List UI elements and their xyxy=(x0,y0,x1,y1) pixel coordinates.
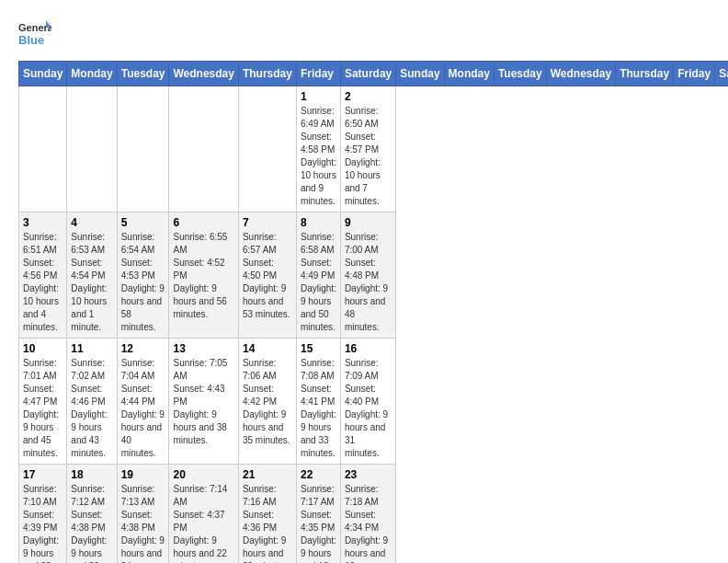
day-info: Sunrise: 7:17 AM Sunset: 4:35 PM Dayligh… xyxy=(301,483,336,563)
calendar-day-cell: 15Sunrise: 7:08 AM Sunset: 4:41 PM Dayli… xyxy=(296,339,340,465)
day-info: Sunrise: 7:02 AM Sunset: 4:46 PM Dayligh… xyxy=(71,357,112,460)
day-info: Sunrise: 7:12 AM Sunset: 4:38 PM Dayligh… xyxy=(71,483,112,563)
calendar-day-cell: 4Sunrise: 6:53 AM Sunset: 4:54 PM Daylig… xyxy=(67,213,117,339)
weekday-header: Friday xyxy=(296,62,340,86)
calendar-day-cell: 11Sunrise: 7:02 AM Sunset: 4:46 PM Dayli… xyxy=(67,339,117,465)
day-number: 14 xyxy=(243,342,292,355)
day-info: Sunrise: 6:57 AM Sunset: 4:50 PM Dayligh… xyxy=(243,231,292,321)
day-number: 3 xyxy=(23,216,63,229)
calendar-day-cell: 12Sunrise: 7:04 AM Sunset: 4:44 PM Dayli… xyxy=(117,339,169,465)
calendar-header-row: SundayMondayTuesdayWednesdayThursdayFrid… xyxy=(19,62,729,86)
weekday-header: Saturday xyxy=(340,62,395,86)
day-info: Sunrise: 7:04 AM Sunset: 4:44 PM Dayligh… xyxy=(121,357,165,460)
day-number: 11 xyxy=(71,342,112,355)
day-number: 17 xyxy=(23,468,63,481)
calendar-day-cell: 14Sunrise: 7:06 AM Sunset: 4:42 PM Dayli… xyxy=(238,339,296,465)
calendar-day-cell: 18Sunrise: 7:12 AM Sunset: 4:38 PM Dayli… xyxy=(67,465,117,564)
day-number: 13 xyxy=(173,342,233,355)
day-number: 7 xyxy=(243,216,292,229)
day-number: 9 xyxy=(345,216,392,229)
page-header: General Blue xyxy=(18,18,710,52)
day-info: Sunrise: 7:09 AM Sunset: 4:40 PM Dayligh… xyxy=(345,357,392,460)
weekday-header: Thursday xyxy=(616,62,674,86)
day-info: Sunrise: 7:00 AM Sunset: 4:48 PM Dayligh… xyxy=(345,231,392,334)
day-info: Sunrise: 6:55 AM Sunset: 4:52 PM Dayligh… xyxy=(173,231,233,321)
calendar-week-row: 3Sunrise: 6:51 AM Sunset: 4:56 PM Daylig… xyxy=(19,213,729,339)
calendar-day-cell: 17Sunrise: 7:10 AM Sunset: 4:39 PM Dayli… xyxy=(19,465,67,564)
day-number: 22 xyxy=(301,468,336,481)
day-number: 21 xyxy=(243,468,292,481)
day-info: Sunrise: 7:10 AM Sunset: 4:39 PM Dayligh… xyxy=(23,483,63,563)
day-info: Sunrise: 7:13 AM Sunset: 4:38 PM Dayligh… xyxy=(121,483,165,563)
day-info: Sunrise: 6:58 AM Sunset: 4:49 PM Dayligh… xyxy=(301,231,336,334)
day-number: 8 xyxy=(301,216,336,229)
calendar-day-cell: 10Sunrise: 7:01 AM Sunset: 4:47 PM Dayli… xyxy=(19,339,67,465)
calendar-day-cell: 3Sunrise: 6:51 AM Sunset: 4:56 PM Daylig… xyxy=(19,213,67,339)
weekday-header: Wednesday xyxy=(169,62,238,86)
weekday-header: Tuesday xyxy=(117,62,169,86)
calendar-day-cell xyxy=(169,86,238,213)
calendar-day-cell xyxy=(238,86,296,213)
calendar-day-cell: 22Sunrise: 7:17 AM Sunset: 4:35 PM Dayli… xyxy=(296,465,340,564)
calendar-day-cell: 20Sunrise: 7:14 AM Sunset: 4:37 PM Dayli… xyxy=(169,465,238,564)
calendar-day-cell: 9Sunrise: 7:00 AM Sunset: 4:48 PM Daylig… xyxy=(340,213,395,339)
logo: General Blue xyxy=(18,18,51,52)
day-number: 12 xyxy=(121,342,165,355)
weekday-header: Sunday xyxy=(396,62,444,86)
calendar-week-row: 17Sunrise: 7:10 AM Sunset: 4:39 PM Dayli… xyxy=(19,465,729,564)
day-number: 2 xyxy=(345,90,392,103)
weekday-header: Tuesday xyxy=(494,62,546,86)
day-number: 5 xyxy=(121,216,165,229)
day-info: Sunrise: 6:54 AM Sunset: 4:53 PM Dayligh… xyxy=(121,231,165,334)
calendar-day-cell xyxy=(117,86,169,213)
calendar-day-cell xyxy=(19,86,67,213)
calendar-day-cell: 13Sunrise: 7:05 AM Sunset: 4:43 PM Dayli… xyxy=(169,339,238,465)
day-info: Sunrise: 6:51 AM Sunset: 4:56 PM Dayligh… xyxy=(23,231,63,334)
day-info: Sunrise: 6:50 AM Sunset: 4:57 PM Dayligh… xyxy=(345,105,392,208)
weekday-header: Friday xyxy=(674,62,715,86)
weekday-header: Monday xyxy=(444,62,494,86)
day-number: 19 xyxy=(121,468,165,481)
day-number: 4 xyxy=(71,216,112,229)
day-number: 6 xyxy=(173,216,233,229)
calendar-day-cell: 5Sunrise: 6:54 AM Sunset: 4:53 PM Daylig… xyxy=(117,213,169,339)
calendar-day-cell: 21Sunrise: 7:16 AM Sunset: 4:36 PM Dayli… xyxy=(238,465,296,564)
weekday-header: Wednesday xyxy=(546,62,615,86)
weekday-header: Monday xyxy=(67,62,117,86)
day-number: 20 xyxy=(173,468,233,481)
logo-graphic: General Blue xyxy=(18,18,51,52)
day-info: Sunrise: 7:06 AM Sunset: 4:42 PM Dayligh… xyxy=(243,357,292,447)
day-number: 23 xyxy=(345,468,392,481)
day-info: Sunrise: 7:14 AM Sunset: 4:37 PM Dayligh… xyxy=(173,483,233,563)
weekday-header: Thursday xyxy=(238,62,296,86)
calendar-day-cell: 2Sunrise: 6:50 AM Sunset: 4:57 PM Daylig… xyxy=(340,86,395,213)
day-number: 10 xyxy=(23,342,63,355)
day-info: Sunrise: 7:18 AM Sunset: 4:34 PM Dayligh… xyxy=(345,483,392,563)
weekday-header: Saturday xyxy=(715,62,728,86)
day-info: Sunrise: 7:16 AM Sunset: 4:36 PM Dayligh… xyxy=(243,483,292,563)
calendar-day-cell xyxy=(67,86,117,213)
calendar-day-cell: 19Sunrise: 7:13 AM Sunset: 4:38 PM Dayli… xyxy=(117,465,169,564)
day-number: 18 xyxy=(71,468,112,481)
day-info: Sunrise: 7:08 AM Sunset: 4:41 PM Dayligh… xyxy=(301,357,336,460)
calendar-day-cell: 8Sunrise: 6:58 AM Sunset: 4:49 PM Daylig… xyxy=(296,213,340,339)
day-number: 1 xyxy=(301,90,336,103)
calendar-table: SundayMondayTuesdayWednesdayThursdayFrid… xyxy=(18,61,728,563)
svg-text:Blue: Blue xyxy=(18,33,44,47)
calendar-day-cell: 7Sunrise: 6:57 AM Sunset: 4:50 PM Daylig… xyxy=(238,213,296,339)
day-info: Sunrise: 7:05 AM Sunset: 4:43 PM Dayligh… xyxy=(173,357,233,447)
day-info: Sunrise: 7:01 AM Sunset: 4:47 PM Dayligh… xyxy=(23,357,63,460)
day-info: Sunrise: 6:49 AM Sunset: 4:58 PM Dayligh… xyxy=(301,105,336,208)
calendar-day-cell: 23Sunrise: 7:18 AM Sunset: 4:34 PM Dayli… xyxy=(340,465,395,564)
calendar-day-cell: 6Sunrise: 6:55 AM Sunset: 4:52 PM Daylig… xyxy=(169,213,238,339)
day-number: 16 xyxy=(345,342,392,355)
calendar-day-cell: 1Sunrise: 6:49 AM Sunset: 4:58 PM Daylig… xyxy=(296,86,340,213)
calendar-day-cell: 16Sunrise: 7:09 AM Sunset: 4:40 PM Dayli… xyxy=(340,339,395,465)
calendar-week-row: 1Sunrise: 6:49 AM Sunset: 4:58 PM Daylig… xyxy=(19,86,729,213)
weekday-header: Sunday xyxy=(19,62,67,86)
day-info: Sunrise: 6:53 AM Sunset: 4:54 PM Dayligh… xyxy=(71,231,112,334)
calendar-week-row: 10Sunrise: 7:01 AM Sunset: 4:47 PM Dayli… xyxy=(19,339,729,465)
day-number: 15 xyxy=(301,342,336,355)
